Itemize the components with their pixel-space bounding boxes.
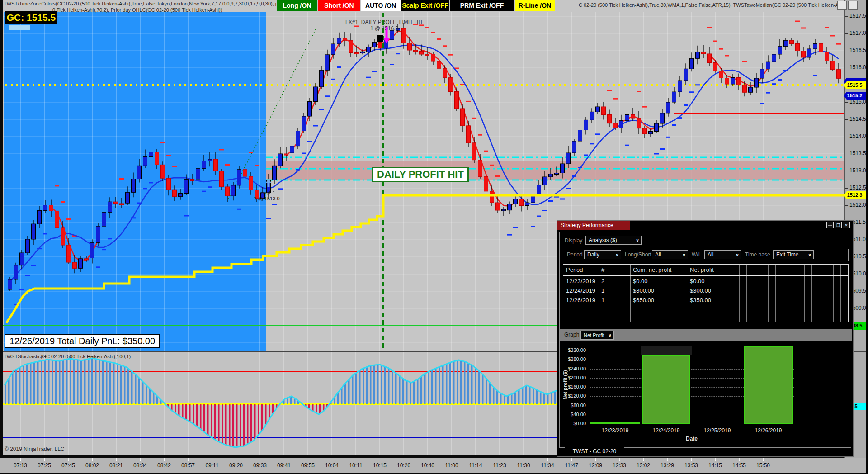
instrument-price-label: GC: 1515.5 bbox=[5, 11, 57, 24]
price-tag-1512.3: 1512.3 bbox=[844, 191, 866, 199]
display-dropdown-value: Analysis ($) bbox=[589, 237, 617, 243]
filter-dropdown-period[interactable]: Daily∨ bbox=[584, 250, 621, 259]
price-tick bbox=[845, 16, 848, 17]
table-cell: $300.00 bbox=[633, 287, 654, 294]
bar-chart-y-tick-label: $80.00 bbox=[565, 403, 586, 408]
time-tick bbox=[595, 458, 596, 461]
time-label: 15:50 bbox=[756, 462, 770, 469]
time-label: 08:02 bbox=[85, 462, 99, 469]
time-label: 11:47 bbox=[565, 462, 578, 469]
exit-order-annotation-line2: 1 @ 1516.5 bbox=[345, 25, 423, 32]
strategy-performance-window: Strategy Performance — ❐ ✕ Display Analy… bbox=[557, 220, 854, 457]
minimize-icon[interactable]: — bbox=[826, 222, 834, 228]
table-row[interactable]: 12/23/20192$0.00$0.00 bbox=[563, 277, 848, 286]
price-tick-label: 1513.0 bbox=[849, 167, 866, 174]
long-entry-annotation-line2: 1 @ 1513.0 bbox=[254, 196, 279, 202]
table-row[interactable]: 12/24/20191$300.00$300.00 bbox=[563, 286, 848, 296]
performance-table: Period#Cum. net profitNet profit12/23/20… bbox=[563, 264, 849, 322]
table-cell: 12/26/2019 bbox=[566, 297, 595, 303]
bar-chart-gridline bbox=[590, 424, 794, 424]
time-tick bbox=[164, 458, 165, 461]
toolbar-button-scalp-exit-off[interactable]: Scalp Exit /OFF bbox=[401, 0, 449, 11]
bar-zero-line bbox=[590, 422, 640, 424]
time-tick bbox=[667, 458, 668, 461]
toolbar-button-auto-on[interactable]: AUTO /ON bbox=[361, 0, 401, 11]
price-tick bbox=[845, 119, 848, 120]
time-tick bbox=[715, 458, 716, 461]
window-right-edge bbox=[866, 0, 868, 474]
price-tick-label: 1516.0 bbox=[849, 64, 866, 71]
time-tick bbox=[284, 458, 284, 461]
time-tick bbox=[188, 458, 189, 461]
table-cell: 12/24/2019 bbox=[566, 287, 595, 294]
exit-marker-square bbox=[377, 35, 383, 42]
time-label: 07:25 bbox=[38, 462, 51, 469]
strategy-window-titlebar[interactable]: Strategy Performance — ❐ ✕ bbox=[557, 221, 853, 230]
bar-chart-y-tick-label: $120.00 bbox=[565, 393, 586, 398]
maximize-icon[interactable]: ❐ bbox=[835, 222, 842, 228]
table-row[interactable]: 12/26/20191$650.00$350.00 bbox=[563, 296, 848, 305]
toolbar-button-short-on[interactable]: Short /ON bbox=[318, 0, 360, 11]
filter-dropdown-value: All bbox=[708, 251, 713, 258]
table-cell: $650.00 bbox=[633, 297, 654, 303]
bar-chart-y-tick-label: $240.00 bbox=[565, 366, 586, 371]
price-tick bbox=[845, 68, 848, 68]
time-tick bbox=[116, 458, 117, 461]
time-tick bbox=[476, 458, 476, 461]
net-profit-bar-chart[interactable]: Net profit ($) $0.00$40.00$80.00$120.00$… bbox=[561, 342, 850, 444]
chart-toolbar-button-2[interactable] bbox=[848, 1, 858, 10]
bar-chart-column-line bbox=[794, 346, 794, 424]
exit-order-annotation-line1: LX#1_DAILY PROFIT LIMIT HIT bbox=[345, 19, 423, 25]
time-tick bbox=[571, 458, 572, 461]
table-cell: 1 bbox=[601, 287, 604, 294]
display-dropdown[interactable]: Analysis ($) ∨ bbox=[585, 236, 642, 245]
table-cell: $0.00 bbox=[633, 278, 648, 284]
filter-dropdown-w-l[interactable]: All∨ bbox=[704, 250, 741, 259]
toolbar-button-prm-exit-off[interactable]: PRM Exit /OFF bbox=[450, 0, 514, 11]
price-tick-label: 1514.5 bbox=[849, 116, 866, 122]
bar-chart-y-tick-label: $0.00 bbox=[565, 421, 586, 426]
daily-pnl-label: 12/26/2019 Total Daily PnL: $350.00 bbox=[5, 334, 160, 348]
time-label: 10:04 bbox=[325, 462, 339, 469]
graph-strip: Graph Net Profit ∨ bbox=[560, 329, 852, 341]
price-tick bbox=[845, 102, 848, 103]
strategy-tab[interactable]: TWST - GC 02-20 bbox=[565, 446, 624, 456]
time-label: 09:11 bbox=[205, 462, 218, 469]
table-cell: $0.00 bbox=[690, 278, 705, 284]
toolbar-button-r-line-on[interactable]: R-Line /ON bbox=[515, 0, 555, 11]
time-label: 14:15 bbox=[708, 462, 722, 469]
time-tick bbox=[260, 458, 260, 461]
bar bbox=[744, 346, 793, 424]
price-tick bbox=[845, 205, 848, 206]
time-tick bbox=[500, 458, 500, 461]
price-tick bbox=[845, 171, 848, 171]
strategy-toolbar: Long /ONShort /ONAUTO /ONScalp Exit /OFF… bbox=[0, 0, 844, 12]
filter-dropdown-long-short[interactable]: All∨ bbox=[652, 250, 688, 259]
graph-dropdown[interactable]: Net Profit ∨ bbox=[580, 331, 614, 340]
time-axis[interactable]: 07:1307:2507:4508:0208:2108:3408:4208:57… bbox=[0, 458, 866, 473]
long-entry-annotation: LongE1 1 @ 1513.0 bbox=[254, 190, 279, 202]
chart-toolbar-button-1[interactable] bbox=[837, 1, 847, 10]
table-cell: $300.00 bbox=[690, 287, 711, 294]
long-entry-annotation-line1: LongE1 bbox=[254, 190, 279, 196]
time-tick bbox=[236, 458, 236, 461]
time-tick bbox=[308, 458, 308, 461]
bar-chart-y-tick-label: $200.00 bbox=[565, 375, 586, 380]
filter-label-long-short: Long/Short bbox=[625, 251, 651, 258]
time-label: 11:00 bbox=[445, 462, 458, 469]
toolbar-button-long-on[interactable]: Long /ON bbox=[277, 0, 317, 11]
time-label: 08:34 bbox=[133, 462, 147, 469]
bar-chart-highlight-column bbox=[641, 346, 692, 355]
time-label: 09:33 bbox=[253, 462, 267, 469]
filter-dropdown-time-base[interactable]: Exit Time∨ bbox=[773, 250, 814, 259]
strategy-window-title: Strategy Performance bbox=[557, 221, 630, 230]
price-band bbox=[266, 161, 844, 180]
price-tick-label: 1513.5 bbox=[849, 150, 866, 156]
close-icon[interactable]: ✕ bbox=[843, 222, 850, 228]
bar-chart-column-line bbox=[590, 346, 590, 424]
time-label: 08:42 bbox=[157, 462, 171, 469]
table-cell: 12/23/2019 bbox=[566, 278, 595, 284]
time-label: 07:13 bbox=[14, 462, 27, 469]
price-tick-label: 1512.0 bbox=[849, 202, 866, 208]
bar-chart-column-line bbox=[692, 346, 692, 424]
